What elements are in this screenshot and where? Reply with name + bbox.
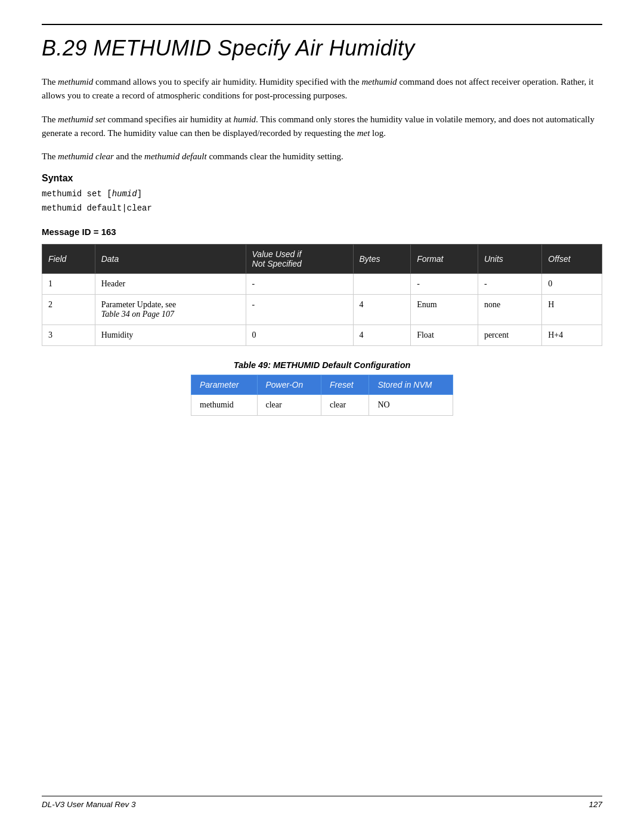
cell-format: Enum (411, 294, 478, 325)
cell-field: 3 (42, 325, 95, 345)
cell-format: Float (411, 325, 478, 345)
config-table: Parameter Power-On Freset Stored in NVM … (191, 375, 453, 416)
syntax-line-2: methumid default|clear (42, 202, 602, 216)
config-cell-stored: NO (369, 394, 453, 415)
config-table-caption: Table 49: METHUMID Default Configuration (234, 360, 411, 370)
config-table-header-row: Parameter Power-On Freset Stored in NVM (191, 375, 453, 394)
config-col-stored: Stored in NVM (369, 375, 453, 394)
top-border (42, 24, 602, 25)
config-cell-freset: clear (321, 394, 369, 415)
col-offset: Offset (542, 244, 602, 273)
table-row: 1 Header - - - 0 (42, 273, 602, 294)
syntax-block: methumid set [humid] methumid default|cl… (42, 187, 602, 216)
footer-right: 127 (589, 800, 602, 809)
cell-data: Header (95, 273, 246, 294)
cell-value: 0 (246, 325, 353, 345)
cell-bytes: 4 (353, 325, 411, 345)
cell-value: - (246, 273, 353, 294)
config-col-freset: Freset (321, 375, 369, 394)
col-bytes: Bytes (353, 244, 411, 273)
paragraph-2: The methumid set command specifies air h… (42, 113, 602, 141)
cell-units: percent (478, 325, 541, 345)
table-row: 3 Humidity 0 4 Float percent H+4 (42, 325, 602, 345)
config-cell-parameter: methumid (191, 394, 258, 415)
paragraph-1: The methumid command allows you to speci… (42, 75, 602, 103)
col-units: Units (478, 244, 541, 273)
cell-field: 2 (42, 294, 95, 325)
main-table-header-row: Field Data Value Used ifNot Specified By… (42, 244, 602, 273)
syntax-heading: Syntax (42, 173, 602, 184)
config-table-row: methumid clear clear NO (191, 394, 453, 415)
cell-units: - (478, 273, 541, 294)
config-cell-power-on: clear (257, 394, 321, 415)
syntax-line-1: methumid set [humid] (42, 187, 602, 202)
cell-bytes (353, 273, 411, 294)
config-col-parameter: Parameter (191, 375, 258, 394)
footer-left: DL-V3 User Manual Rev 3 (42, 800, 136, 809)
paragraph-3: The methumid clear and the methumid defa… (42, 150, 602, 163)
page-title: B.29 METHUMID Specify Air Humidity (42, 36, 602, 61)
col-value-used: Value Used ifNot Specified (246, 244, 353, 273)
main-table: Field Data Value Used ifNot Specified By… (42, 244, 602, 346)
col-field: Field (42, 244, 95, 273)
cell-format: - (411, 273, 478, 294)
config-table-wrapper: Table 49: METHUMID Default Configuration… (42, 360, 602, 416)
cell-value: - (246, 294, 353, 325)
cell-offset: H (542, 294, 602, 325)
cell-offset: H+4 (542, 325, 602, 345)
table-row: 2 Parameter Update, seeTable 34 on Page … (42, 294, 602, 325)
cell-offset: 0 (542, 273, 602, 294)
col-data: Data (95, 244, 246, 273)
cell-field: 1 (42, 273, 95, 294)
page-footer: DL-V3 User Manual Rev 3 127 (42, 796, 602, 809)
message-id-heading: Message ID = 163 (42, 227, 602, 237)
cell-data: Parameter Update, seeTable 34 on Page 10… (95, 294, 246, 325)
cell-data: Humidity (95, 325, 246, 345)
config-col-power-on: Power-On (257, 375, 321, 394)
col-format: Format (411, 244, 478, 273)
cell-bytes: 4 (353, 294, 411, 325)
cell-units: none (478, 294, 541, 325)
